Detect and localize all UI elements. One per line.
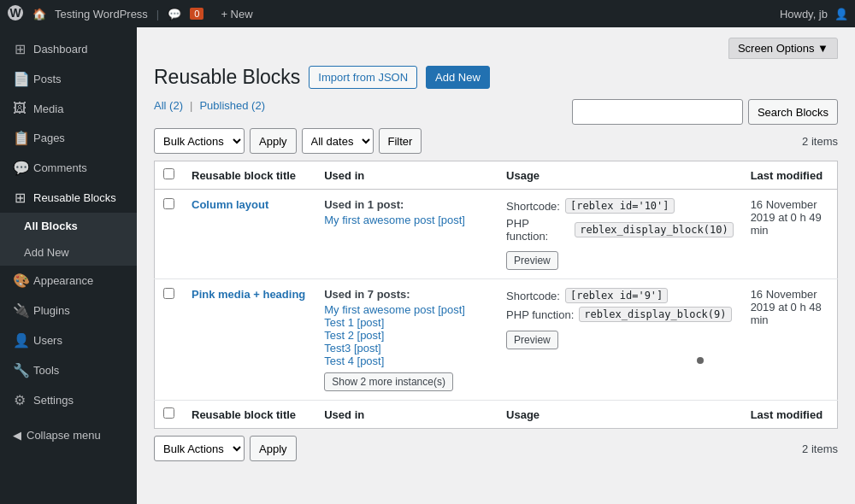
bulk-actions-select-top[interactable]: Bulk Actions <box>154 128 245 154</box>
search-blocks-button[interactable]: Search Blocks <box>748 99 838 125</box>
sidebar-item-label-users: Users <box>33 334 62 347</box>
sidebar: ⊞ Dashboard 📄 Posts 🖼 Media 📋 Pages 💬 Co… <box>0 27 137 504</box>
screen-options-bar: Screen Options ▼ <box>154 38 838 59</box>
wp-logo-icon[interactable]: W <box>7 4 24 24</box>
sidebar-submenu: All Blocks Add New <box>0 213 137 266</box>
appearance-icon: 🎨 <box>13 273 27 289</box>
table-header: Reusable block title Used in Usage Last … <box>155 161 838 190</box>
sidebar-item-label-media: Media <box>33 103 63 115</box>
apply-button-bottom[interactable]: Apply <box>250 436 297 461</box>
user-avatar: 👤 <box>834 8 848 21</box>
search-input[interactable] <box>572 99 743 125</box>
sidebar-item-pages[interactable]: 📋 Pages <box>0 123 137 153</box>
howdy-text: Howdy, jb <box>780 8 828 21</box>
admin-bar: W 🏠 Testing WordPress | 💬 0 + New Howdy,… <box>0 0 855 27</box>
row1-php-row: PHP function: reblex_display_block(10) <box>506 217 734 243</box>
sidebar-item-posts[interactable]: 📄 Posts <box>0 64 137 94</box>
filter-sep: | <box>190 99 192 112</box>
footer-used-in-header: Used in <box>315 401 498 429</box>
comments-badge[interactable]: 0 <box>190 8 203 20</box>
row1-last-modified: 16 November 2019 at 0 h 49 min <box>742 190 838 279</box>
sidebar-item-users[interactable]: 👤 Users <box>0 325 137 355</box>
show-more-instances-button[interactable]: Show 2 more instance(s) <box>324 372 453 391</box>
filter-button[interactable]: Filter <box>379 128 422 154</box>
sidebar-item-plugins[interactable]: 🔌 Plugins <box>0 296 137 325</box>
row2-php-value: reblex_display_block(9) <box>579 307 731 322</box>
add-new-button[interactable]: Add New <box>426 66 490 89</box>
filter-all-link[interactable]: All (2) <box>154 99 183 112</box>
header-last-modified: Last modified <box>742 161 838 190</box>
collapse-menu-button[interactable]: ◀ Collapse menu <box>0 422 137 448</box>
row1-shortcode-row: Shortcode: [reblex id='10'] <box>506 198 734 214</box>
row2-title: Pink media + heading <box>183 279 315 401</box>
apply-button-top[interactable]: Apply <box>250 128 297 154</box>
row2-post-link-2[interactable]: Test 1 [post] <box>324 316 384 329</box>
date-filter-select[interactable]: All dates <box>302 128 374 154</box>
row2-post-link-3[interactable]: Test 2 [post] <box>324 329 384 342</box>
users-icon: 👤 <box>13 332 27 349</box>
row1-php-label: PHP function: <box>506 217 569 243</box>
sidebar-item-comments[interactable]: 💬 Comments <box>0 153 137 183</box>
header-check <box>155 161 184 190</box>
row2-check <box>155 279 184 401</box>
row1-php-value: reblex_display_block(10) <box>575 222 733 237</box>
screen-options-button[interactable]: Screen Options ▼ <box>728 38 838 59</box>
new-content-link[interactable]: + New <box>221 8 252 21</box>
sidebar-subitem-all-blocks[interactable]: All Blocks <box>0 213 137 239</box>
filter-links: All (2) | Published (2) <box>154 99 265 112</box>
sidebar-item-appearance[interactable]: 🎨 Appearance <box>0 266 137 296</box>
row1-used-in-label: Used in 1 post: <box>324 198 489 211</box>
table-body: Column layout Used in 1 post: My first a… <box>155 190 838 429</box>
row2-preview-button[interactable]: Preview <box>506 331 558 349</box>
row1-preview-button[interactable]: Preview <box>506 251 558 270</box>
row1-usage: Shortcode: [reblex id='10'] PHP function… <box>498 190 742 279</box>
row1-check <box>155 190 184 279</box>
header-used-in: Used in <box>315 161 498 190</box>
footer-select-all-checkbox[interactable] <box>163 407 174 419</box>
admin-bar-left: W 🏠 Testing WordPress | 💬 0 + New <box>7 4 770 24</box>
bulk-actions-select-bottom[interactable]: Bulk Actions <box>154 436 245 461</box>
sidebar-item-settings[interactable]: ⚙ Settings <box>0 385 137 415</box>
row2-used-in: Used in 7 posts: My first awesome post [… <box>315 279 498 401</box>
row2-modified-date: 16 November 2019 at 0 h 48 min <box>751 288 822 326</box>
row1-checkbox[interactable] <box>163 198 174 209</box>
plugins-icon: 🔌 <box>13 302 27 319</box>
row2-checkbox[interactable] <box>163 288 174 299</box>
row1-title: Column layout <box>183 190 315 279</box>
row2-post-link-1[interactable]: My first awesome post [post] <box>324 303 465 316</box>
settings-icon: ⚙ <box>13 392 27 408</box>
select-all-checkbox[interactable] <box>163 168 174 179</box>
sidebar-item-dashboard[interactable]: ⊞ Dashboard <box>0 34 137 64</box>
sidebar-item-label-comments: Comments <box>33 161 87 174</box>
row2-php-label: PHP function: <box>506 308 574 321</box>
sidebar-item-reusable-blocks[interactable]: ⊞ Reusable Blocks <box>0 183 137 213</box>
sidebar-item-media[interactable]: 🖼 Media <box>0 94 137 123</box>
filter-published-link[interactable]: Published (2) <box>199 99 265 112</box>
sidebar-item-tools[interactable]: 🔧 Tools <box>0 355 137 385</box>
row2-post-link-4[interactable]: Test3 [post] <box>324 342 380 355</box>
layout: ⊞ Dashboard 📄 Posts 🖼 Media 📋 Pages 💬 Co… <box>0 27 855 504</box>
reusable-blocks-table: Reusable block title Used in Usage Last … <box>154 161 838 429</box>
row1-post-link-1[interactable]: My first awesome post [post] <box>324 214 465 226</box>
footer-last-modified-header: Last modified <box>742 401 838 429</box>
posts-icon: 📄 <box>13 71 27 87</box>
row2-title-link[interactable]: Pink media + heading <box>192 288 305 301</box>
import-from-json-button[interactable]: Import from JSON <box>309 66 417 89</box>
items-count-top: 2 items <box>802 135 838 148</box>
row1-used-in: Used in 1 post: My first awesome post [p… <box>315 190 498 279</box>
row1-title-link[interactable]: Column layout <box>192 198 268 211</box>
sidebar-subitem-add-new[interactable]: Add New <box>0 239 137 266</box>
row2-php-row: PHP function: reblex_display_block(9) <box>506 307 734 322</box>
row2-shortcode-value: [reblex id='9'] <box>565 288 668 303</box>
page-header: Reusable Blocks Import from JSON Add New <box>154 66 838 89</box>
filter-all-count: 2 <box>173 99 179 112</box>
site-name-link[interactable]: Testing WordPress <box>55 8 148 21</box>
admin-bar-site-icon: 🏠 <box>32 8 46 21</box>
row2-last-modified: 16 November 2019 at 0 h 48 min <box>742 279 838 401</box>
all-blocks-label: All Blocks <box>24 220 78 232</box>
reusable-blocks-icon: ⊞ <box>13 190 27 206</box>
sidebar-item-label-tools: Tools <box>33 364 59 377</box>
header-title: Reusable block title <box>183 161 315 190</box>
footer-title-header: Reusable block title <box>183 401 315 429</box>
row2-post-link-5[interactable]: Test 4 [post] <box>324 355 384 367</box>
